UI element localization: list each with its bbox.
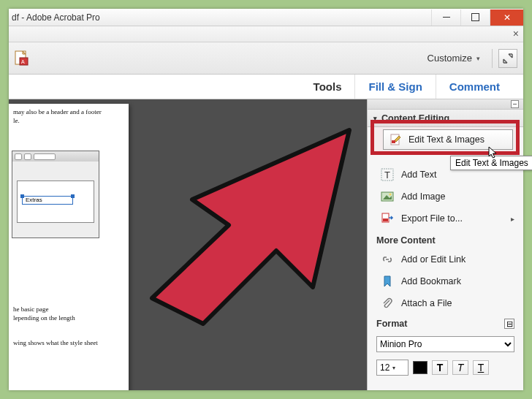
document-page: may also be a header and a footer le. Ex… (9, 104, 129, 390)
expand-tools-button[interactable] (498, 49, 517, 68)
add-bookmark-button[interactable]: Add Bookmark (368, 270, 523, 292)
svg-rect-9 (383, 218, 388, 221)
italic-button[interactable]: T (452, 360, 468, 375)
page-text: he basic page (9, 305, 53, 313)
chevron-down-icon: ▾ (392, 365, 395, 371)
chevron-down-icon: ▾ (476, 55, 480, 62)
image-icon (381, 190, 394, 203)
page-text: wing shows what the style sheet (9, 339, 102, 346)
chevron-right-icon: ▸ (511, 215, 514, 223)
cursor-icon (488, 146, 498, 159)
item-label: Add or Edit Link (401, 254, 466, 265)
item-label: Add Bookmark (401, 276, 461, 286)
maximize-button[interactable] (460, 10, 490, 26)
bookmark-icon (381, 275, 394, 288)
item-label: Add Text (401, 170, 436, 180)
menubar: × (9, 26, 523, 42)
paperclip-icon (381, 297, 394, 310)
link-icon (381, 253, 394, 266)
export-icon (381, 212, 394, 225)
svg-text:A: A (21, 59, 25, 64)
collapse-icon[interactable]: ⊟ (504, 319, 514, 329)
panel-tabs: Tools Fill & Sign Comment (9, 75, 523, 99)
page-text: lepending on the length (9, 314, 80, 322)
item-label: Add Image (401, 191, 445, 202)
customize-menu[interactable]: Customize ▾ (422, 50, 486, 66)
export-file-button[interactable]: Export File to... ▸ (368, 208, 523, 229)
page-text: le. (9, 117, 24, 124)
tab-tools[interactable]: Tools (300, 75, 355, 99)
panel-menu-icon[interactable] (511, 100, 519, 108)
item-label: Attach a File (401, 298, 452, 308)
item-label: Export File to... (401, 213, 463, 224)
font-select[interactable]: Minion Pro (376, 336, 514, 352)
svg-point-7 (390, 194, 392, 196)
add-edit-link-button[interactable]: Add or Edit Link (368, 248, 523, 270)
page-text: may also be a header and a footer (9, 108, 106, 115)
format-header: Format ⊟ (368, 314, 523, 333)
edit-page-icon (390, 133, 403, 146)
toolbar: A Customize ▾ (9, 42, 523, 75)
more-content-header: More Content (368, 229, 523, 248)
selection-box: Extras (22, 196, 73, 205)
svg-text:T: T (384, 170, 390, 180)
font-size-input[interactable]: 12▾ (376, 360, 408, 376)
arrow-overlay-icon (123, 115, 371, 335)
tab-fill-sign[interactable]: Fill & Sign (354, 75, 435, 99)
color-swatch[interactable] (413, 361, 428, 374)
document-close-icon[interactable]: × (513, 28, 519, 39)
text-icon: T (381, 168, 394, 181)
embedded-window-graphic: Extras (12, 151, 99, 238)
window-title: df - Adobe Acrobat Pro (9, 12, 431, 23)
tab-comment[interactable]: Comment (436, 75, 513, 99)
minimize-button[interactable] (431, 10, 460, 26)
attach-file-button[interactable]: Attach a File (368, 292, 523, 314)
item-label: Edit Text & Images (408, 134, 484, 145)
customize-label: Customize (428, 53, 472, 64)
format-label: Format (376, 319, 407, 329)
close-button[interactable] (490, 10, 523, 26)
panel-strip (368, 99, 523, 110)
svg-rect-11 (392, 140, 395, 143)
underline-button[interactable]: T (473, 360, 489, 375)
add-image-button[interactable]: Add Image (368, 186, 523, 208)
pdf-document-icon[interactable]: A (15, 50, 29, 66)
bold-button[interactable]: T (432, 360, 448, 375)
titlebar: df - Adobe Acrobat Pro (9, 9, 523, 26)
